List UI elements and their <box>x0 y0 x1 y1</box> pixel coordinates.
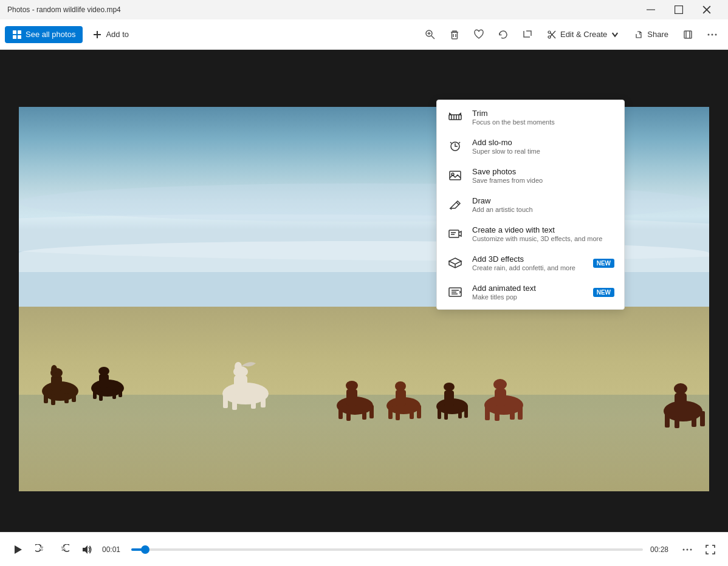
more-controls-button[interactable] <box>679 542 695 557</box>
svg-rect-51 <box>346 389 357 406</box>
video-area[interactable]: Trim Focus on the best moments Add slo-m… <box>0 50 728 542</box>
svg-line-94 <box>459 142 460 143</box>
svg-rect-99 <box>449 230 459 237</box>
horse-white <box>212 354 279 412</box>
draw-icon <box>447 196 464 213</box>
svg-rect-6 <box>13 35 16 39</box>
horse-group-left <box>33 358 132 406</box>
svg-rect-62 <box>410 409 414 419</box>
volume-button[interactable] <box>79 542 95 557</box>
svg-rect-1 <box>675 6 683 14</box>
fullscreen-button[interactable] <box>702 542 718 557</box>
menu-item-save-photos[interactable]: Save photos Save frames from video <box>437 161 624 190</box>
save-photos-icon <box>447 167 464 184</box>
maximize-button[interactable] <box>665 0 693 19</box>
svg-point-26 <box>715 33 717 35</box>
fit-window-button[interactable] <box>677 24 699 46</box>
svg-point-49 <box>235 362 242 372</box>
crop-button[interactable] <box>517 24 538 46</box>
svg-line-11 <box>431 36 434 39</box>
zoom-button[interactable] <box>419 24 441 46</box>
svg-rect-76 <box>510 409 515 420</box>
svg-rect-77 <box>518 405 523 420</box>
trim-icon <box>447 109 464 126</box>
menu-item-draw[interactable]: Draw Add an artistic touch <box>437 190 624 219</box>
animated-text-badge: NEW <box>593 288 614 297</box>
svg-marker-107 <box>15 545 22 554</box>
svg-rect-40 <box>112 389 116 399</box>
white-horse <box>212 354 279 414</box>
svg-rect-72 <box>495 389 506 406</box>
menu-item-animated-text[interactable]: Add animated text Make titles pop NEW <box>437 278 624 307</box>
more-controls-icon <box>682 544 693 555</box>
edit-create-dropdown: Trim Focus on the best moments Add slo-m… <box>436 100 625 310</box>
menu-item-trim[interactable]: Trim Focus on the best moments <box>437 103 624 132</box>
fit-icon <box>682 29 694 41</box>
edit-create-button[interactable]: Edit & Create <box>541 26 625 43</box>
svg-line-93 <box>450 142 452 143</box>
share-icon <box>634 30 644 39</box>
svg-rect-45 <box>223 394 228 408</box>
menu-item-3d-effects[interactable]: Add 3D effects Create rain, add confetti… <box>437 248 624 278</box>
rotate-button[interactable] <box>492 24 514 46</box>
skip-forward-icon: 30 <box>58 544 69 555</box>
toolbar-right: Edit & Create Share <box>541 24 723 46</box>
svg-rect-54 <box>346 410 351 421</box>
svg-rect-28 <box>51 376 62 391</box>
current-time: 00:01 <box>102 545 124 554</box>
progress-bar[interactable] <box>131 548 643 551</box>
horse-2 <box>83 358 132 403</box>
svg-rect-81 <box>665 412 670 428</box>
svg-rect-85 <box>449 115 461 120</box>
3d-effects-desc: Create rain, add confetti, and more <box>472 264 585 271</box>
heart-icon <box>473 29 485 41</box>
svg-rect-82 <box>675 416 679 428</box>
3d-effects-icon <box>447 254 464 271</box>
share-label: Share <box>647 30 668 39</box>
favorite-button[interactable] <box>468 24 490 46</box>
slo-mo-text: Add slo-mo Super slow to real time <box>472 138 614 155</box>
svg-rect-83 <box>692 415 696 427</box>
menu-item-video-text[interactable]: Create a video with text Customize with … <box>437 219 624 248</box>
close-button[interactable] <box>693 0 721 19</box>
svg-rect-56 <box>369 405 374 418</box>
add-to-button[interactable]: Add to <box>85 26 136 43</box>
svg-rect-63 <box>417 405 421 418</box>
svg-rect-48 <box>261 393 266 407</box>
share-button[interactable]: Share <box>628 26 675 43</box>
svg-rect-38 <box>93 388 97 399</box>
svg-line-97 <box>456 202 459 205</box>
slo-mo-icon <box>447 138 464 155</box>
svg-rect-0 <box>647 9 655 10</box>
add-to-label: Add to <box>106 30 129 39</box>
video-text-desc: Customize with music, 3D effects, and mo… <box>472 235 614 242</box>
draw-text: Draw Add an artistic touch <box>472 196 614 213</box>
save-photos-title: Save photos <box>472 167 614 176</box>
svg-rect-39 <box>99 391 103 401</box>
svg-rect-70 <box>464 405 468 418</box>
svg-rect-7 <box>18 35 21 39</box>
skip-forward-button[interactable]: 30 <box>56 542 72 557</box>
svg-rect-41 <box>118 386 122 397</box>
minimize-button[interactable] <box>637 0 665 19</box>
rewind-button[interactable]: 10 <box>33 542 49 557</box>
svg-rect-32 <box>64 393 69 403</box>
horse-1 <box>33 358 88 406</box>
svg-rect-67 <box>438 406 441 419</box>
volume-icon <box>81 544 92 555</box>
horse-group-far-right <box>658 375 709 429</box>
save-photos-text: Save photos Save frames from video <box>472 167 614 184</box>
see-all-label: See all photos <box>26 30 75 39</box>
play-button[interactable] <box>10 542 26 557</box>
chevron-down-icon <box>611 30 619 39</box>
zoom-icon <box>424 29 436 41</box>
svg-rect-46 <box>232 398 237 410</box>
menu-item-slo-mo[interactable]: Add slo-mo Super slow to real time <box>437 132 624 161</box>
horse-6 <box>476 370 531 422</box>
progress-thumb[interactable] <box>141 545 149 554</box>
see-all-photos-button[interactable]: See all photos <box>5 26 83 43</box>
delete-button[interactable] <box>444 24 465 46</box>
more-options-button[interactable] <box>701 24 723 46</box>
3d-effects-text: Add 3D effects Create rain, add confetti… <box>472 254 585 271</box>
play-icon <box>12 544 23 555</box>
